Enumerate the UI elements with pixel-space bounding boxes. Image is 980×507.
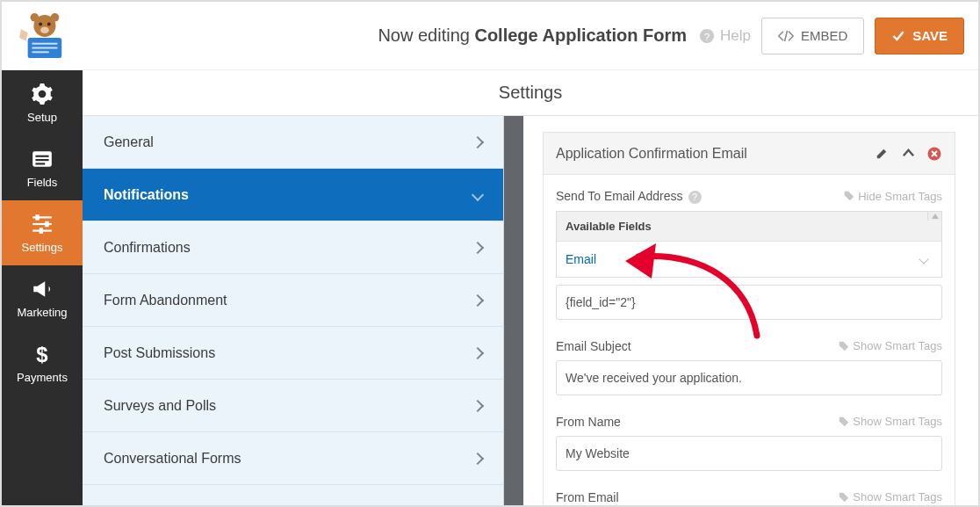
show-smart-tags-link[interactable]: Show Smart Tags	[839, 490, 942, 503]
hide-smart-tags-link[interactable]: Hide Smart Tags	[844, 190, 942, 203]
svg-rect-14	[35, 159, 48, 161]
svg-rect-21	[40, 228, 43, 234]
tag-icon	[844, 191, 854, 201]
chevron-right-icon	[472, 293, 484, 306]
send-to-input[interactable]	[556, 285, 942, 320]
tag-icon	[839, 492, 849, 503]
svg-point-4	[47, 22, 51, 25]
from-name-input[interactable]	[556, 436, 942, 471]
settings-item-surveys-polls[interactable]: Surveys and Polls	[83, 380, 503, 432]
show-smart-tags-link[interactable]: Show Smart Tags	[839, 339, 942, 352]
nav-label: Payments	[17, 371, 68, 384]
left-nav: Setup Fields Settings Marketing $ Paymen…	[2, 70, 83, 505]
svg-point-3	[39, 22, 42, 25]
field-from-email: From Email Show Smart Tags	[556, 490, 942, 504]
edit-icon[interactable]	[874, 146, 890, 162]
panel-gutter	[504, 116, 523, 505]
svg-rect-9	[32, 51, 48, 53]
nav-item-fields[interactable]: Fields	[2, 135, 83, 200]
card-title: Application Confirmation Email	[556, 146, 863, 162]
embed-label: EMBED	[801, 28, 847, 43]
page-title: Settings	[83, 70, 978, 116]
chevron-right-icon	[472, 241, 484, 253]
chevron-right-icon	[472, 346, 484, 359]
collapse-icon[interactable]	[900, 146, 916, 162]
help-label: Help	[720, 27, 751, 45]
nav-item-payments[interactable]: $ Payments	[2, 330, 83, 395]
field-send-to: Send To Email Address? Hide Smart Tags A…	[556, 189, 942, 320]
dollar-icon: $	[31, 343, 54, 366]
svg-rect-19	[35, 214, 39, 221]
settings-item-post-submissions[interactable]: Post Submissions	[83, 327, 503, 380]
field-email-subject: Email Subject Show Smart Tags	[556, 339, 942, 395]
help-icon: ?	[699, 28, 715, 44]
bullhorn-icon	[31, 278, 54, 301]
sliders-icon	[31, 213, 54, 235]
notification-card: Application Confirmation Email Send To E…	[543, 132, 955, 505]
svg-point-1	[31, 12, 40, 21]
app-logo	[12, 9, 74, 63]
dropdown-option-email[interactable]: Email	[557, 242, 941, 277]
main-area: Settings General Notifications Confirmat…	[83, 70, 978, 505]
tag-icon	[839, 341, 849, 351]
svg-point-2	[51, 12, 60, 21]
chevron-right-icon	[472, 452, 484, 464]
top-bar: Now editing College Application Form ? H…	[2, 2, 978, 70]
card-header: Application Confirmation Email	[544, 133, 955, 175]
scroll-up-icon	[927, 212, 941, 221]
nav-label: Settings	[22, 241, 63, 254]
svg-rect-13	[35, 155, 48, 156]
available-fields-dropdown[interactable]: Available Fields Email	[556, 211, 942, 278]
gear-icon	[31, 83, 54, 105]
nav-label: Marketing	[17, 306, 67, 319]
dropdown-header: Available Fields	[557, 212, 941, 242]
subject-label: Email Subject	[556, 339, 631, 353]
svg-text:$: $	[36, 343, 47, 366]
svg-rect-17	[32, 222, 52, 224]
embed-button[interactable]: EMBED	[761, 18, 864, 54]
nav-item-settings[interactable]: Settings	[2, 200, 83, 265]
chevron-down-icon	[919, 254, 928, 264]
svg-rect-8	[32, 47, 57, 48]
save-label: SAVE	[912, 28, 948, 43]
chevron-right-icon	[472, 135, 484, 148]
tag-icon	[839, 416, 849, 427]
list-icon	[31, 148, 54, 170]
subject-input[interactable]	[556, 360, 942, 395]
nav-item-marketing[interactable]: Marketing	[2, 265, 83, 330]
chevron-right-icon	[472, 399, 484, 411]
help-tooltip-icon[interactable]: ?	[688, 191, 702, 204]
settings-menu: General Notifications Confirmations Form…	[83, 116, 504, 505]
svg-rect-7	[32, 42, 57, 44]
settings-item-confirmations[interactable]: Confirmations	[83, 221, 503, 274]
settings-item-notifications[interactable]: Notifications	[83, 169, 503, 221]
send-to-label: Send To Email Address?	[556, 189, 702, 204]
svg-rect-15	[35, 163, 45, 164]
nav-label: Setup	[27, 111, 57, 124]
content-panel: Application Confirmation Email Send To E…	[523, 116, 978, 505]
show-smart-tags-link[interactable]: Show Smart Tags	[839, 415, 942, 428]
chevron-down-icon	[472, 188, 484, 200]
field-from-name: From Name Show Smart Tags	[556, 415, 942, 471]
save-button[interactable]: SAVE	[875, 18, 964, 54]
settings-item-conversational[interactable]: Conversational Forms	[83, 432, 503, 485]
delete-icon[interactable]	[926, 146, 942, 162]
check-icon	[891, 29, 905, 43]
settings-item-general[interactable]: General	[83, 116, 503, 169]
editing-label: Now editing College Application Form	[378, 25, 687, 46]
nav-label: Fields	[27, 176, 58, 189]
code-icon	[778, 30, 794, 42]
svg-text:?: ?	[704, 30, 710, 41]
nav-item-setup[interactable]: Setup	[2, 70, 83, 135]
settings-item-form-abandonment[interactable]: Form Abandonment	[83, 274, 503, 327]
help-link[interactable]: ? Help	[699, 27, 751, 45]
svg-point-5	[40, 26, 49, 33]
from-name-label: From Name	[556, 415, 621, 429]
from-email-label: From Email	[556, 490, 619, 504]
svg-rect-20	[45, 221, 48, 227]
